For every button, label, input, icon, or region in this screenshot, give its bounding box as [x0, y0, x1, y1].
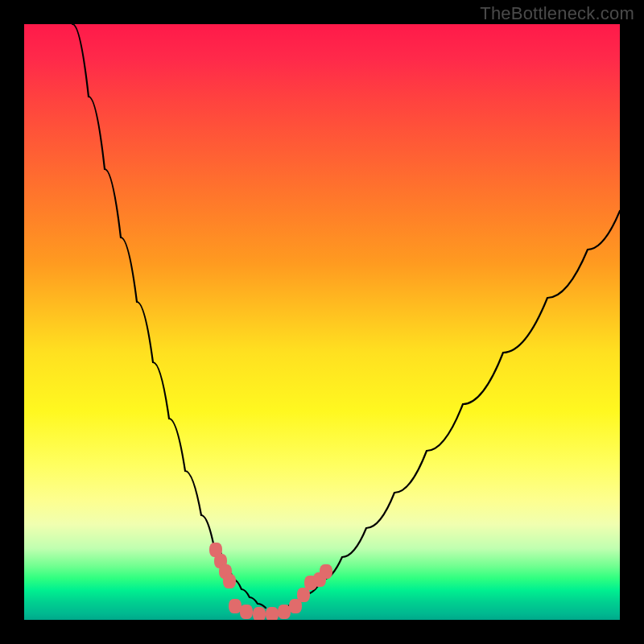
marker-layer: [24, 24, 620, 620]
watermark-text: TheBottleneck.com: [480, 3, 634, 24]
bottleneck-marker: [253, 607, 266, 620]
outer-frame: TheBottleneck.com: [0, 0, 644, 644]
bottleneck-markers: [209, 543, 332, 620]
bottleneck-marker: [223, 574, 236, 588]
plot-area: [24, 24, 620, 620]
bottleneck-marker: [278, 605, 291, 619]
bottleneck-marker: [320, 564, 332, 579]
bottleneck-marker: [229, 599, 242, 613]
bottleneck-marker: [240, 605, 253, 619]
bottleneck-marker: [266, 607, 279, 620]
